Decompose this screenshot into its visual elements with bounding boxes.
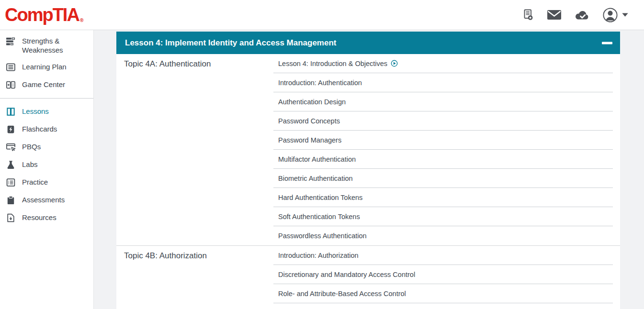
play-icon[interactable] [391, 60, 398, 67]
sidebar-item-learning-plan[interactable]: Learning Plan [0, 58, 93, 76]
caret-down-icon [621, 12, 629, 17]
lesson-header[interactable]: Lesson 4: Implement Identity and Access … [116, 32, 620, 54]
pbqs-icon [6, 142, 16, 152]
lesson-item-label: Password Concepts [278, 117, 340, 125]
sidebar-divider [0, 98, 93, 99]
sidebar-item-label: Labs [22, 160, 38, 169]
sidebar-item-label: Learning Plan [22, 62, 67, 71]
sidebar-item-resources[interactable]: Resources [0, 209, 93, 227]
lesson-item-biometric-authentication[interactable]: Biometric Authentication [273, 169, 613, 188]
labs-icon [6, 160, 16, 170]
sidebar-item-label: Practice [22, 177, 48, 187]
transcript-icon[interactable] [522, 9, 534, 22]
lesson-item-lesson-4-introduction-objectives[interactable]: Lesson 4: Introduction & Objectives [273, 54, 613, 73]
lesson-item-password-managers[interactable]: Password Managers [273, 131, 613, 150]
lesson-item-discretionary-and-mandatory-access-control[interactable]: Discretionary and Mandatory Access Contr… [273, 265, 613, 284]
sidebar-item-label: Game Center [22, 80, 65, 89]
lesson-item-label: Multifactor Authentication [278, 155, 356, 163]
sidebar-item-label: Resources [22, 213, 56, 222]
sidebar-item-lessons[interactable]: Lessons [0, 103, 93, 121]
logo-text: CompTIA [5, 6, 79, 24]
lessons-icon [6, 107, 16, 117]
topic-items: Introduction: AuthorizationDiscretionary… [273, 246, 620, 303]
lesson-item-label: Lesson 4: Introduction & Objectives [278, 60, 387, 67]
topic-label: Topic 4B: Authorization [116, 246, 273, 303]
lesson-item-label: Password Managers [278, 136, 341, 144]
lesson-title: Lesson 4: Implement Identity and Access … [125, 38, 337, 48]
assessments-icon [6, 195, 16, 205]
sidebar-item-pbqs[interactable]: PBQs [0, 138, 93, 156]
sidebar: Strengths & WeaknessesLearning PlanGame … [0, 30, 94, 309]
lesson-item-label: Discretionary and Mandatory Access Contr… [278, 271, 415, 278]
lesson-item-hard-authentication-tokens[interactable]: Hard Authentication Tokens [273, 188, 613, 207]
topic-section-topic-4b-authorization: Topic 4B: AuthorizationIntroduction: Aut… [116, 246, 620, 303]
lesson-item-label: Role- and Attribute-Based Access Control [278, 290, 406, 298]
lesson-panel: Lesson 4: Implement Identity and Access … [116, 32, 620, 309]
lesson-item-label: Introduction: Authentication [278, 79, 362, 87]
header-icon-bar [522, 7, 644, 23]
lesson-item-authentication-design[interactable]: Authentication Design [273, 92, 613, 111]
lesson-item-label: Introduction: Authorization [278, 252, 359, 259]
registered-mark: ® [80, 18, 83, 23]
topic-items: Lesson 4: Introduction & ObjectivesIntro… [273, 54, 620, 245]
sidebar-item-label: PBQs [22, 142, 41, 151]
sidebar-item-strengths-weaknesses[interactable]: Strengths & Weaknesses [0, 33, 93, 58]
sidebar-item-label: Flashcards [22, 124, 57, 133]
app-header: CompTIA ® [0, 0, 644, 30]
sidebar-item-label: Lessons [22, 107, 49, 116]
lesson-item-label: Passwordless Authentication [278, 232, 367, 240]
lesson-item-multifactor-authentication[interactable]: Multifactor Authentication [273, 150, 613, 169]
account-icon [602, 7, 618, 23]
game-center-icon [6, 80, 16, 90]
topic-label: Topic 4A: Authentication [116, 54, 273, 245]
header-action-icons [522, 9, 590, 22]
flashcards-icon [6, 124, 16, 134]
comptia-logo[interactable]: CompTIA ® [0, 6, 83, 24]
cloud-sync-icon[interactable] [574, 9, 590, 21]
topic-section-topic-4a-authentication: Topic 4A: AuthenticationLesson 4: Introd… [116, 54, 620, 246]
sidebar-nav: Strengths & WeaknessesLearning PlanGame … [0, 33, 93, 227]
lesson-item-role-and-attribute-based-access-control[interactable]: Role- and Attribute-Based Access Control [273, 284, 613, 303]
sidebar-item-practice[interactable]: Practice [0, 174, 93, 191]
lesson-item-password-concepts[interactable]: Password Concepts [273, 111, 613, 131]
practice-icon [6, 177, 16, 188]
learning-plan-icon [6, 62, 16, 72]
lesson-item-soft-authentication-tokens[interactable]: Soft Authentication Tokens [273, 207, 613, 226]
messages-icon[interactable] [547, 9, 562, 21]
lesson-item-label: Authentication Design [278, 98, 346, 106]
sidebar-item-label: Strengths & Weaknesses [22, 36, 90, 55]
lesson-item-passwordless-authentication[interactable]: Passwordless Authentication [273, 226, 613, 245]
sidebar-item-label: Assessments [22, 195, 65, 204]
resources-icon [6, 213, 16, 223]
sidebar-item-labs[interactable]: Labs [0, 156, 93, 174]
strengths-icon [6, 36, 16, 46]
account-menu[interactable] [602, 7, 629, 23]
sidebar-item-game-center[interactable]: Game Center [0, 76, 93, 94]
sidebar-item-assessments[interactable]: Assessments [0, 191, 93, 209]
topics: Topic 4A: AuthenticationLesson 4: Introd… [116, 54, 620, 303]
lesson-item-introduction-authorization[interactable]: Introduction: Authorization [273, 246, 613, 265]
collapse-icon[interactable] [602, 42, 612, 44]
sidebar-item-flashcards[interactable]: Flashcards [0, 121, 93, 138]
lesson-item-label: Hard Authentication Tokens [278, 194, 362, 201]
lesson-item-introduction-authentication[interactable]: Introduction: Authentication [273, 73, 613, 92]
lesson-item-label: Biometric Authentication [278, 175, 353, 182]
lesson-item-label: Soft Authentication Tokens [278, 213, 360, 221]
